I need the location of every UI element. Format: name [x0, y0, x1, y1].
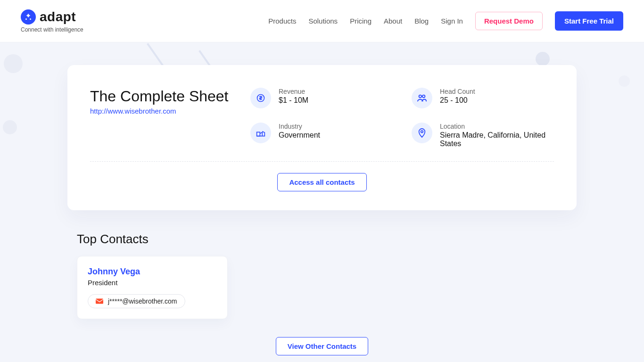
nav-products[interactable]: Products [268, 17, 296, 25]
contact-job-title: President [88, 279, 217, 287]
site-header: adapt Connect with intelligence Products… [0, 0, 644, 42]
mail-icon [96, 298, 103, 304]
access-all-contacts-button[interactable]: Access all contacts [277, 173, 366, 191]
stat-label: Revenue [279, 88, 308, 95]
request-demo-button[interactable]: Request Demo [475, 12, 543, 30]
decor-circle [619, 75, 630, 87]
stat-value: $1 - 10M [279, 96, 308, 105]
decor-circle [3, 120, 17, 134]
svg-rect-5 [257, 132, 260, 136]
primary-nav: Products Solutions Pricing About Blog Si… [268, 11, 623, 31]
nav-pricing[interactable]: Pricing [350, 17, 372, 25]
contact-card: Johnny Vega President j*****@wisebrother… [77, 256, 228, 319]
logo[interactable]: adapt Connect with intelligence [21, 9, 83, 33]
svg-point-1 [30, 18, 31, 20]
decor-circle [4, 54, 23, 73]
company-name: The Complete Sheet [90, 88, 231, 105]
stat-label: Industry [279, 123, 320, 130]
nav-solutions[interactable]: Solutions [308, 17, 338, 25]
decor-circle [536, 52, 550, 66]
nav-signin[interactable]: Sign In [441, 17, 463, 25]
svg-point-3 [419, 95, 422, 98]
nav-blog[interactable]: Blog [414, 17, 429, 25]
view-other-contacts-button[interactable]: View Other Contacts [276, 337, 368, 355]
logo-icon [21, 9, 36, 25]
contact-email-text: j*****@wisebrother.com [108, 297, 177, 305]
stat-headcount: Head Count 25 - 100 [412, 88, 554, 108]
contact-name-link[interactable]: Johnny Vega [88, 267, 140, 276]
industry-icon [250, 123, 271, 143]
svg-point-6 [421, 131, 423, 133]
logo-tagline: Connect with intelligence [21, 26, 83, 33]
location-pin-icon [412, 123, 432, 143]
stat-label: Head Count [440, 88, 475, 95]
stat-value: Sierra Madre, California, United States [440, 131, 554, 148]
svg-point-0 [25, 18, 27, 20]
people-icon [412, 88, 432, 108]
stat-industry: Industry Government [250, 123, 393, 148]
decor-line [147, 43, 165, 67]
dollar-icon [250, 88, 271, 108]
svg-point-4 [422, 95, 425, 98]
logo-text: adapt [40, 9, 76, 25]
stat-location: Location Sierra Madre, California, Unite… [412, 123, 554, 148]
stat-value: Government [279, 131, 320, 140]
svg-rect-7 [96, 298, 103, 304]
contact-email-pill[interactable]: j*****@wisebrother.com [88, 294, 185, 308]
stat-revenue: Revenue $1 - 10M [250, 88, 393, 108]
stat-value: 25 - 100 [440, 96, 475, 105]
stat-label: Location [440, 123, 554, 130]
start-free-trial-button[interactable]: Start Free Trial [555, 11, 623, 31]
company-website-link[interactable]: http://www.wisebrother.com [90, 107, 176, 115]
nav-about[interactable]: About [384, 17, 402, 25]
top-contacts-heading: Top Contacts [77, 232, 577, 247]
company-summary-card: The Complete Sheet http://www.wisebrothe… [67, 65, 577, 210]
